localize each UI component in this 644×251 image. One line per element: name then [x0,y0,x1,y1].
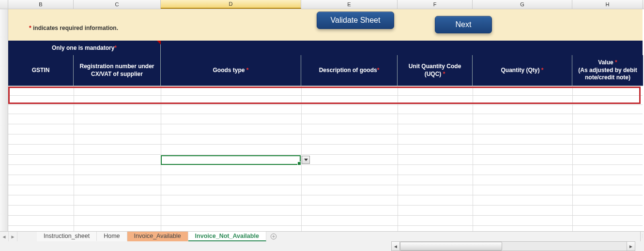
th-gstin: GSTIN [8,55,74,86]
scroll-track[interactable] [400,241,627,251]
grid-body[interactable] [8,86,643,232]
th-registration: Registration number under CX/VAT of supp… [74,55,161,86]
th-goods-type: Goods type * [161,55,301,86]
col-header-d[interactable]: D [161,0,301,9]
tab-nav-prev[interactable]: ◄ [0,232,9,241]
scroll-right-button[interactable]: ► [627,241,635,251]
horizontal-scrollbar: ◄ ► [0,241,644,251]
col-header-e[interactable]: E [301,0,398,9]
col-header-f[interactable]: F [398,0,473,9]
scroll-left-button[interactable]: ◄ [391,241,400,251]
th-uqc: Unit Quantity Code(UQC) * [398,55,473,86]
cell-dropdown-button[interactable] [302,156,310,164]
tab-instruction-sheet[interactable]: Instruction_sheet [37,232,97,241]
scroll-thumb[interactable] [400,242,502,251]
row-gutter[interactable] [0,9,8,232]
tab-splitter[interactable]: ⋮ [640,232,644,241]
col-header-b[interactable]: B [8,0,74,9]
table-header-row: GSTIN Registration number under CX/VAT o… [8,55,643,86]
select-all-corner[interactable] [0,0,8,9]
col-header-c[interactable]: C [74,0,161,9]
tab-invoice-not-available[interactable]: Invoice_Not_Available [188,232,266,241]
add-sheet-button[interactable] [266,232,281,241]
plus-circle-icon [270,233,277,240]
validate-sheet-button[interactable]: Validate Sheet [317,12,394,29]
column-letter-row: B C D E F G H [0,0,644,9]
th-value: Value *(As adjusted by debit note/credit… [572,55,643,86]
info-banner-text: * indicates required information. [29,25,118,31]
mandatory-header: Only one is mandatory * [8,41,161,55]
comment-indicator-icon[interactable] [157,41,161,44]
th-qty: Quantity (Qty) * [473,55,572,86]
tab-invoice-available[interactable]: Invoice_Available [127,232,188,241]
col-header-g[interactable]: G [473,0,572,9]
sheet-tab-bar: ◄ ► Instruction_sheet Home Invoice_Avail… [0,231,644,241]
tab-home[interactable]: Home [97,232,127,241]
col-header-h[interactable]: H [572,0,643,9]
next-button[interactable]: Next [435,16,492,33]
tab-nav-next[interactable]: ► [9,232,17,241]
th-description: Description of goods* [301,55,398,86]
